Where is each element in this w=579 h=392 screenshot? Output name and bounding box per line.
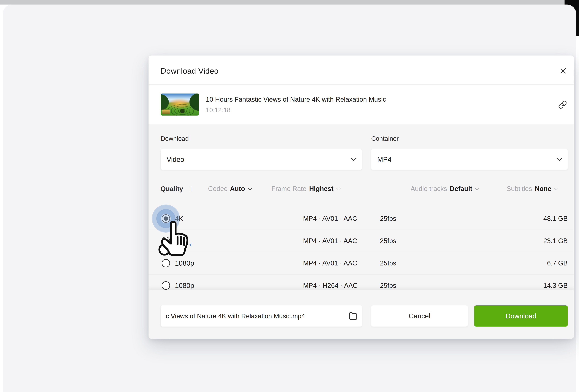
codec-dropdown[interactable]: Codec Auto — [208, 185, 252, 192]
row-fps: 25fps — [380, 282, 396, 289]
chevron-down-icon — [351, 158, 357, 161]
audio-tracks-dropdown[interactable]: Audio tracks Default — [411, 185, 480, 192]
row-fps: 25fps — [380, 259, 396, 267]
row-size: 6.7 GB — [547, 259, 568, 267]
row-quality: 1080p — [175, 281, 194, 290]
codec-value: Auto — [230, 185, 245, 192]
row-quality: 4K — [175, 215, 183, 223]
radio-selected[interactable] — [162, 214, 170, 223]
codec-label: Codec — [208, 185, 227, 192]
subtitles-label: Subtitles — [507, 185, 532, 192]
close-button[interactable] — [558, 66, 568, 76]
framerate-value: Highest — [309, 185, 333, 192]
copy-link-button[interactable] — [558, 100, 567, 109]
dialog-header: Download Video 10 Hours Fantastic Views … — [148, 56, 574, 124]
options-bar: Quality i Codec Auto Frame Rate Highest … — [148, 185, 574, 193]
download-type-select[interactable]: Video — [161, 149, 362, 170]
quality-row-2k[interactable]: 2K MP4 · AV01 · AAC 25fps 23.1 GB — [148, 230, 574, 252]
row-format: MP4 · AV01 · AAC — [303, 259, 357, 267]
audio-tracks-value: Default — [450, 185, 472, 192]
row-format: MP4 · H264 · AAC — [303, 282, 358, 289]
row-size: 48.1 GB — [543, 215, 568, 222]
container-field-label: Container — [371, 135, 399, 142]
video-title: 10 Hours Fantastic Views of Nature 4K wi… — [206, 96, 386, 103]
download-type-value: Video — [167, 155, 184, 163]
download-video-dialog: Download Video 10 Hours Fantastic Views … — [148, 56, 574, 339]
subtitles-dropdown[interactable]: Subtitles None — [507, 185, 559, 192]
row-fps: 25fps — [380, 215, 396, 222]
close-icon — [559, 67, 567, 75]
chevron-down-icon — [475, 188, 480, 190]
info-icon[interactable]: i — [190, 185, 192, 193]
dialog-footer: Cancel Download — [148, 290, 574, 339]
chevron-down-icon — [554, 188, 559, 190]
video-thumbnail — [161, 93, 199, 116]
filename-input[interactable] — [161, 306, 362, 326]
cancel-button[interactable]: Cancel — [371, 306, 468, 326]
chevron-down-icon — [336, 188, 341, 190]
row-format: MP4 · AV01 · AAC — [303, 215, 357, 222]
quality-row-4k[interactable]: 4K MP4 · AV01 · AAC 25fps 48.1 GB — [148, 208, 574, 230]
quality-header: Quality i — [161, 185, 192, 193]
radio-unselected[interactable] — [162, 281, 170, 290]
filename-field — [161, 306, 362, 326]
download-button[interactable]: Download — [474, 306, 568, 326]
quality-label: Quality — [161, 185, 183, 193]
row-format: MP4 · AV01 · AAC — [303, 237, 357, 245]
chevron-down-icon — [248, 188, 252, 190]
row-quality: 1080p — [175, 259, 194, 267]
download-field-label: Download — [161, 135, 189, 142]
thumbnail-4k-badge — [162, 109, 170, 114]
container-value: MP4 — [377, 155, 392, 163]
radio-unselected[interactable] — [162, 259, 170, 267]
radio-unselected[interactable] — [162, 237, 170, 245]
row-fps: 25fps — [380, 237, 396, 245]
video-duration: 10:12:18 — [206, 106, 230, 114]
audio-tracks-label: Audio tracks — [411, 185, 447, 192]
screenshot-stage: Download Video 10 Hours Fantastic Views … — [0, 0, 579, 392]
subtitles-value: None — [535, 185, 551, 192]
chevron-down-icon — [557, 158, 562, 161]
quality-row-1080p-av01[interactable]: 1080p MP4 · AV01 · AAC 25fps 6.7 GB — [148, 252, 574, 274]
row-quality: 2K — [175, 237, 183, 245]
choose-folder-button[interactable] — [348, 311, 358, 321]
background-top-strip — [0, 0, 579, 4]
chain-link-icon — [558, 100, 567, 109]
framerate-label: Frame Rate — [271, 185, 306, 192]
dialog-title: Download Video — [161, 66, 219, 76]
container-select[interactable]: MP4 — [371, 149, 568, 170]
header-divider — [148, 84, 574, 85]
quality-options-list: 4K MP4 · AV01 · AAC 25fps 48.1 GB 2K MP4… — [148, 208, 574, 297]
folder-icon — [349, 312, 358, 320]
row-size: 23.1 GB — [543, 237, 568, 245]
framerate-dropdown[interactable]: Frame Rate Highest — [271, 185, 341, 192]
row-size: 14.3 GB — [543, 282, 568, 289]
